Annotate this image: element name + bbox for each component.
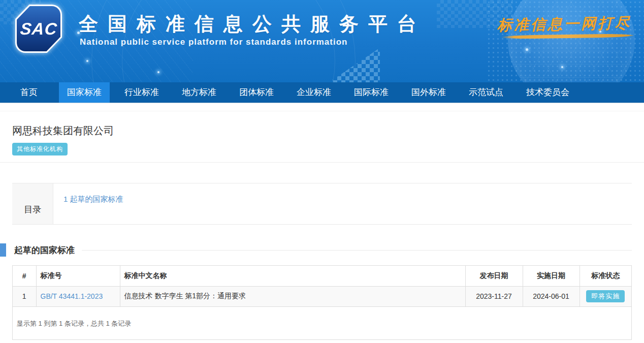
records-summary: 显示第 1 到第 1 条记录，总共 1 条记录 xyxy=(13,307,631,339)
spark-dot xyxy=(157,71,159,73)
cell-status: 即将实施 xyxy=(579,286,631,306)
sac-logo[interactable]: SAC xyxy=(15,5,62,53)
nav-item-local-standards[interactable]: 地方标准 xyxy=(174,82,224,103)
catalog-box: 目录 1 起草的国家标准 xyxy=(12,183,632,225)
organization-type-badge: 其他标准化机构 xyxy=(12,143,68,155)
standards-table: # 标准号 标准中文名称 发布日期 实施日期 标准状态 1 GB/T 43441… xyxy=(13,266,631,307)
col-header-index: # xyxy=(13,266,36,286)
cell-standard-no: GB/T 43441.1-2023 xyxy=(36,286,120,306)
nav-item-industry-standards[interactable]: 行业标准 xyxy=(116,82,167,103)
nav-item-group-standards[interactable]: 团体标准 xyxy=(231,82,282,103)
cell-name-cn: 信息技术 数字孪生 第1部分：通用要求 xyxy=(120,286,465,306)
spark-dot xyxy=(526,48,528,51)
nav-item-home[interactable]: 首页 xyxy=(12,82,46,103)
site-banner: SAC 全国标准信息公共服务平台 National public service… xyxy=(0,0,644,82)
section-title: 起草的国家标准 xyxy=(14,244,75,256)
nav-item-technical-committee[interactable]: 技术委员会 xyxy=(518,82,577,103)
slogan-calligraphy: 标准信息一网打尽 xyxy=(497,13,632,36)
site-title: 全国标准信息公共服务平台 xyxy=(79,11,426,37)
cell-implement-date: 2024-06-01 xyxy=(523,286,579,306)
catalog-label: 目录 xyxy=(12,183,53,224)
cell-index: 1 xyxy=(13,286,36,306)
standards-table-container: # 标准号 标准中文名称 发布日期 实施日期 标准状态 1 GB/T 43441… xyxy=(12,265,632,340)
nav-item-foreign-standards[interactable]: 国外标准 xyxy=(403,82,454,103)
company-name: 网思科技集团有限公司 xyxy=(0,111,644,138)
table-header-row: # 标准号 标准中文名称 发布日期 实施日期 标准状态 xyxy=(13,266,631,286)
status-badge: 即将实施 xyxy=(586,290,625,302)
col-header-publish-date: 发布日期 xyxy=(465,266,523,286)
cell-publish-date: 2023-11-27 xyxy=(465,286,523,306)
section-header: 起草的国家标准 xyxy=(0,243,644,257)
section-header-line xyxy=(82,250,632,251)
spark-dot xyxy=(86,60,88,62)
banner-dot-decoration xyxy=(487,0,644,82)
globe-graphic xyxy=(508,0,635,82)
table-row: 1 GB/T 43441.1-2023 信息技术 数字孪生 第1部分：通用要求 … xyxy=(13,286,631,306)
col-header-implement-date: 实施日期 xyxy=(523,266,579,286)
catalog-links: 1 起草的国家标准 xyxy=(53,183,632,224)
standard-number-link[interactable]: GB/T 43441.1-2023 xyxy=(41,292,103,300)
page-content: 网思科技集团有限公司 其他标准化机构 目录 1 起草的国家标准 起草的国家标准 … xyxy=(0,111,644,340)
sac-logo-text: SAC xyxy=(19,19,58,39)
section-marker xyxy=(0,243,6,257)
nav-item-national-standards[interactable]: 国家标准 xyxy=(59,82,110,103)
spark-dot xyxy=(561,66,563,68)
banner-stairs-decoration xyxy=(329,48,380,82)
nav-item-pilot-demonstration[interactable]: 示范试点 xyxy=(461,82,511,103)
col-header-status: 标准状态 xyxy=(579,266,631,286)
main-navigation: 首页 国家标准 行业标准 地方标准 团体标准 企业标准 国际标准 国外标准 示范… xyxy=(0,82,644,103)
col-header-name-cn: 标准中文名称 xyxy=(120,266,465,286)
separator-line xyxy=(0,162,644,163)
nav-item-international-standards[interactable]: 国际标准 xyxy=(346,82,397,103)
catalog-link-drafted-standards[interactable]: 1 起草的国家标准 xyxy=(63,195,123,203)
col-header-standard-no: 标准号 xyxy=(36,266,120,286)
site-subtitle: National public service platform for sta… xyxy=(80,37,347,47)
nav-item-enterprise-standards[interactable]: 企业标准 xyxy=(288,82,339,103)
